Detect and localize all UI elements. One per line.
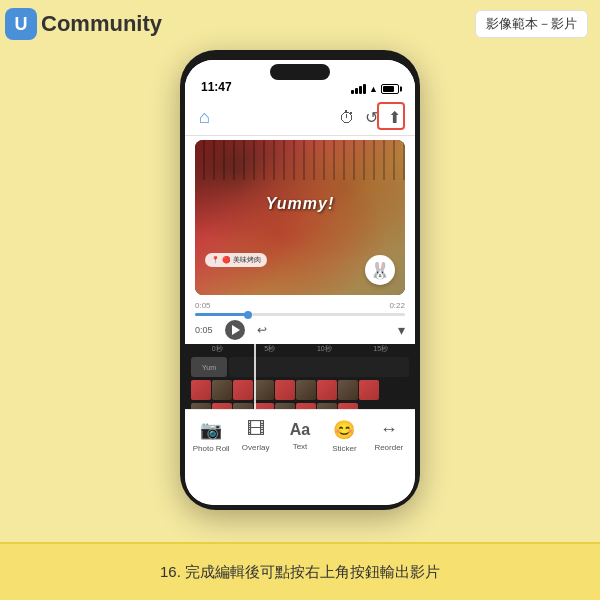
clip-thumb-1[interactable] — [191, 380, 211, 400]
video-sticker: 🐰 — [365, 255, 395, 285]
sticker-icon: 😊 — [333, 419, 355, 441]
clip-thumb-3[interactable] — [233, 380, 253, 400]
clip-thumb-9[interactable] — [359, 380, 379, 400]
video-text-overlay: Yummy! — [266, 195, 335, 213]
scrubber-dot — [244, 311, 252, 319]
video-preview[interactable]: Yummy! 📍 🔴 美味烤肉 🐰 — [195, 140, 405, 295]
tick-15: 15秒 — [373, 344, 388, 354]
chevron-down-icon[interactable]: ▾ — [398, 322, 405, 338]
clip-thumb-b8[interactable] — [338, 403, 358, 409]
bottom-toolbar: 📷 Photo Roll 🎞 Overlay Aa Text 😊 Sticker — [185, 409, 415, 461]
tool-sticker[interactable]: 😊 Sticker — [322, 419, 366, 453]
video-location-sticker: 📍 🔴 美味烤肉 — [205, 253, 267, 267]
current-time: 0:05 — [195, 301, 211, 310]
clip-thumb-b5[interactable] — [275, 403, 295, 409]
clip-row-images-2 — [185, 403, 415, 409]
grill-overlay — [195, 140, 405, 180]
instruction-text: 16. 完成編輯後可點按右上角按鈕輸出影片 — [160, 563, 440, 582]
brand-name: Community — [41, 11, 162, 37]
text-icon: Aa — [290, 421, 310, 439]
bar2 — [355, 88, 358, 94]
tool-overlay[interactable]: 🎞 Overlay — [233, 419, 277, 452]
sticker-label: Sticker — [332, 444, 356, 453]
reorder-label: Reorder — [374, 443, 403, 452]
dynamic-island — [270, 64, 330, 80]
tick-0: 0秒 — [212, 344, 223, 354]
scrubber-progress — [195, 313, 248, 316]
phone-body: 11:47 ▲ — [180, 50, 420, 510]
clip-empty — [229, 357, 409, 377]
clip-image-strip-1 — [191, 380, 379, 400]
tool-photo-roll[interactable]: 📷 Photo Roll — [189, 419, 233, 453]
clip-marker — [254, 344, 256, 409]
photo-roll-label: Photo Roll — [193, 444, 230, 453]
status-time: 11:47 — [201, 80, 232, 94]
instruction-bar: 16. 完成編輯後可點按右上角按鈕輸出影片 — [0, 542, 600, 600]
overlay-icon: 🎞 — [247, 419, 265, 440]
clip-thumb-b2[interactable] — [212, 403, 232, 409]
clip-thumb-b3[interactable] — [233, 403, 253, 409]
signal-bars — [351, 84, 366, 94]
scrubber-bar[interactable] — [195, 313, 405, 316]
clip-thumb-b6[interactable] — [296, 403, 316, 409]
nav-right-icons: ⏱ ↺ ⬆ — [339, 108, 401, 127]
bar4 — [363, 84, 366, 94]
clip-thumb-6[interactable] — [296, 380, 316, 400]
tick-labels: 0秒 5秒 10秒 15秒 — [185, 344, 415, 354]
clip-thumb-4[interactable] — [254, 380, 274, 400]
app-header: U Community — [5, 8, 162, 40]
clip-thumb-b1[interactable] — [191, 403, 211, 409]
clip-image-strip-2 — [191, 403, 358, 409]
status-icons: ▲ — [351, 84, 399, 94]
battery-fill — [383, 86, 394, 92]
clip-text-item[interactable]: Yum — [191, 357, 227, 377]
overlay-label: Overlay — [242, 443, 270, 452]
clip-thumb-b4[interactable] — [254, 403, 274, 409]
clip-thumb-b7[interactable] — [317, 403, 337, 409]
reorder-icon: ↔ — [380, 419, 398, 440]
clip-thumb-5[interactable] — [275, 380, 295, 400]
text-label: Text — [293, 442, 308, 451]
phone-mockup: 11:47 ▲ — [180, 50, 420, 510]
battery-icon — [381, 84, 399, 94]
timer-icon[interactable]: ⏱ — [339, 109, 355, 127]
clip-thumb-2[interactable] — [212, 380, 232, 400]
playback-time-start: 0:05 — [195, 325, 213, 335]
time-labels: 0:05 0:22 — [195, 301, 405, 310]
photo-roll-icon: 📷 — [200, 419, 222, 441]
play-triangle — [232, 325, 240, 335]
share-highlight-box — [377, 102, 405, 130]
tick-5: 5秒 — [264, 344, 275, 354]
clip-row-images-1 — [185, 380, 415, 400]
play-button[interactable] — [225, 320, 245, 340]
app-logo: U — [5, 8, 37, 40]
clip-row-text: Yum — [185, 357, 415, 377]
clip-timeline[interactable]: 0秒 5秒 10秒 15秒 Yum — [185, 344, 415, 409]
timeline-area: 0:05 0:22 0:05 ↩ ▾ — [185, 295, 415, 344]
home-icon[interactable]: ⌂ — [199, 107, 210, 128]
total-time: 0:22 — [389, 301, 405, 310]
tool-reorder[interactable]: ↔ Reorder — [367, 419, 411, 452]
loop-icon[interactable]: ↩ — [257, 323, 267, 337]
screen-content: 11:47 ▲ — [185, 60, 415, 505]
clip-thumb-7[interactable] — [317, 380, 337, 400]
bar3 — [359, 86, 362, 94]
app-nav-bar: ⌂ ⏱ ↺ ⬆ — [185, 100, 415, 136]
clip-thumb-8[interactable] — [338, 380, 358, 400]
phone-screen: 11:47 ▲ — [185, 60, 415, 505]
playback-controls: 0:05 ↩ ▾ — [195, 320, 405, 340]
wifi-icon: ▲ — [369, 84, 378, 94]
tool-text[interactable]: Aa Text — [278, 421, 322, 451]
tick-10: 10秒 — [317, 344, 332, 354]
bar1 — [351, 90, 354, 94]
page-label: 影像範本－影片 — [475, 10, 588, 38]
